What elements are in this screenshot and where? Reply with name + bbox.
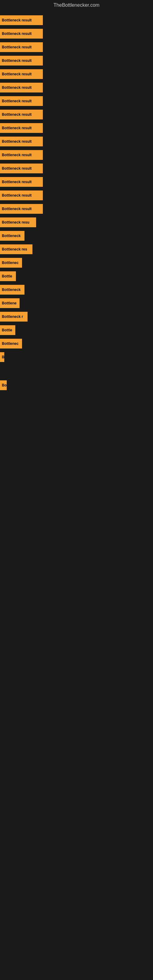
bar-row: Bottleneck result — [0, 175, 153, 189]
bar-label: Bottleneck result — [2, 153, 32, 157]
bottleneck-bar[interactable]: B — [0, 352, 4, 362]
bottleneck-bar[interactable]: Bottleneck result — [0, 15, 43, 25]
bar-label: Bottleneck res — [2, 247, 27, 251]
bottleneck-bar[interactable]: Bottle — [0, 271, 16, 281]
bar-label: Bottle — [2, 328, 12, 332]
bar-row: Bottlenec — [0, 337, 153, 350]
bottleneck-bar[interactable]: Bottleneck result — [0, 56, 43, 65]
bar-row: Bottleneck result — [0, 202, 153, 216]
bar-row: Bottleneck result — [0, 108, 153, 121]
bottleneck-bar[interactable]: Bottleneck result — [0, 150, 43, 160]
bar-row: Bo — [0, 379, 153, 392]
bar-row: Bottleneck result — [0, 13, 153, 27]
bar-label: Bottleneck result — [2, 180, 32, 184]
bottleneck-bar[interactable]: Bottleneck result — [0, 42, 43, 52]
bottleneck-bar[interactable]: Bottlene — [0, 298, 19, 308]
bar-row: Bottleneck result — [0, 27, 153, 40]
bar-label: Bottleneck result — [2, 72, 32, 76]
bottleneck-bar[interactable]: Bottleneck result — [0, 137, 43, 146]
bar-row: Bottleneck result — [0, 189, 153, 202]
bars-container: Bottleneck resultBottleneck resultBottle… — [0, 10, 153, 414]
bar-row: Bottleneck result — [0, 67, 153, 81]
bar-row: Bottleneck result — [0, 162, 153, 175]
bar-label: Bottlene — [2, 301, 16, 305]
bar-label: Bottleneck result — [2, 18, 32, 22]
bottleneck-bar[interactable]: Bottleneck r — [0, 312, 27, 321]
bottleneck-bar[interactable]: Bottle — [0, 325, 15, 335]
bar-row: Bottleneck resu — [0, 216, 153, 229]
bottleneck-bar[interactable]: Bottleneck — [0, 231, 24, 241]
bottleneck-bar[interactable]: Bo — [0, 380, 7, 390]
bar-row: Bottleneck — [0, 229, 153, 243]
bar-label: Bottleneck result — [2, 45, 32, 49]
bar-label: Bottle — [2, 274, 12, 278]
bar-row: Bottleneck r — [0, 310, 153, 323]
bottleneck-bar[interactable]: Bottleneck resu — [0, 218, 36, 227]
bar-label: B — [2, 355, 4, 359]
bottleneck-bar[interactable]: Bottlenec — [0, 339, 22, 348]
bar-label: Bottlenec — [2, 261, 19, 265]
bottleneck-bar[interactable]: Bottleneck result — [0, 123, 43, 133]
bottleneck-bar[interactable]: Bottleneck result — [0, 29, 43, 38]
bar-label: Bottleneck result — [2, 126, 32, 130]
bar-label: Bottleneck — [2, 234, 21, 238]
bar-label: Bottleneck resu — [2, 220, 29, 224]
bar-row: Bottleneck result — [0, 94, 153, 108]
bar-row: Bottleneck res — [0, 243, 153, 256]
bottleneck-bar[interactable]: Bottleneck result — [0, 110, 43, 119]
bar-label: Bottleneck result — [2, 59, 32, 63]
site-title: TheBottlenecker.com — [0, 0, 153, 10]
bar-row: Bottlene — [0, 296, 153, 310]
bar-row: Bottle — [0, 323, 153, 337]
bar-label: Bottleneck result — [2, 112, 32, 117]
bar-row: Bottleneck result — [0, 81, 153, 94]
bar-row — [0, 396, 153, 399]
bar-label: Bottleneck — [2, 288, 21, 292]
bar-label: Bo — [2, 383, 7, 387]
bar-row — [0, 403, 153, 407]
bar-row — [0, 368, 153, 371]
bar-label: Bottleneck r — [2, 315, 23, 319]
bar-label: Bottleneck result — [2, 207, 32, 211]
bar-row — [0, 371, 153, 375]
bar-row: Bottleneck result — [0, 135, 153, 148]
bottleneck-bar[interactable]: Bottlenec — [0, 258, 22, 268]
bar-row — [0, 407, 153, 410]
bar-label: Bottleneck result — [2, 193, 32, 197]
bar-row: Bottleneck — [0, 283, 153, 296]
bar-row: B — [0, 350, 153, 364]
bottleneck-bar[interactable]: Bottleneck result — [0, 164, 43, 173]
bar-row — [0, 392, 153, 396]
bar-row: Bottleneck result — [0, 148, 153, 162]
bottleneck-bar[interactable]: Bottleneck — [0, 285, 24, 294]
bar-label: Bottleneck result — [2, 166, 32, 170]
bar-row — [0, 364, 153, 368]
bar-label: Bottleneck result — [2, 86, 32, 90]
bar-label: Bottleneck result — [2, 139, 32, 144]
title-text: TheBottlenecker.com — [54, 2, 99, 8]
bar-row: Bottle — [0, 269, 153, 283]
bottleneck-bar[interactable]: Bottleneck result — [0, 96, 43, 106]
bottleneck-bar[interactable]: Bottleneck result — [0, 83, 43, 92]
bottleneck-bar[interactable]: Bottleneck result — [0, 191, 43, 200]
bar-label: Bottleneck result — [2, 99, 32, 103]
bar-label: Bottleneck result — [2, 32, 32, 36]
bottleneck-bar[interactable]: Bottleneck result — [0, 69, 43, 79]
bar-row: Bottleneck result — [0, 121, 153, 135]
bar-row — [0, 399, 153, 403]
bar-label: Bottlenec — [2, 342, 19, 346]
bottleneck-bar[interactable]: Bottleneck res — [0, 244, 32, 254]
bar-row: Bottleneck result — [0, 40, 153, 54]
bar-row: Bottlenec — [0, 256, 153, 269]
bar-row: Bottleneck result — [0, 54, 153, 67]
bottleneck-bar[interactable]: Bottleneck result — [0, 177, 43, 187]
bottleneck-bar[interactable]: Bottleneck result — [0, 204, 43, 214]
bar-row — [0, 375, 153, 379]
